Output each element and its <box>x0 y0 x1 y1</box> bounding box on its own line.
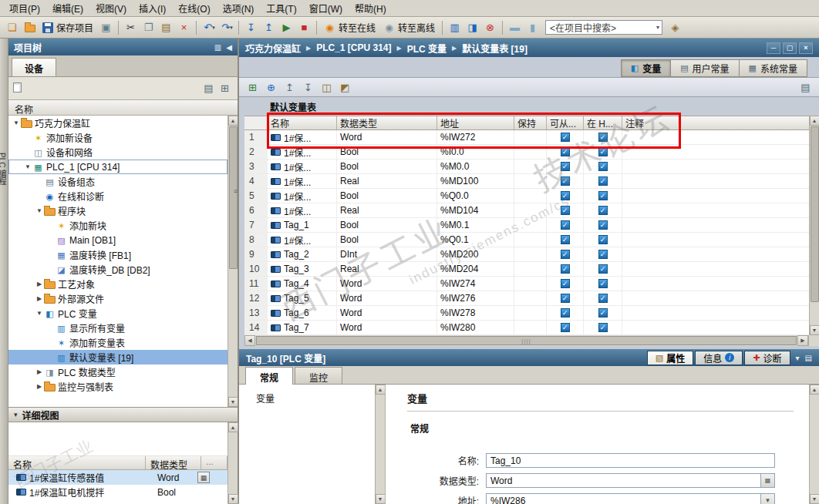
panel-pin-icon[interactable]: ▥ <box>214 43 221 52</box>
visible-hmi-cell[interactable]: ✓ <box>584 189 622 203</box>
checkbox[interactable]: ✓ <box>561 176 570 186</box>
breadcrumb-item[interactable]: 巧克力保温缸 <box>245 42 301 55</box>
checkbox[interactable]: ✓ <box>561 250 570 259</box>
minimize-button[interactable]: ─ <box>767 42 780 54</box>
address-cell[interactable]: %IW272 <box>437 130 514 144</box>
tree-expander-icon[interactable]: ▼ <box>12 119 21 126</box>
tab-devices[interactable]: 设备 <box>12 58 56 76</box>
tree-item[interactable]: ▨Main [OB1] <box>8 233 228 247</box>
name-cell[interactable]: Tag_5 <box>268 291 337 305</box>
accessible-cell[interactable]: ✓ <box>547 321 584 334</box>
visible-hmi-cell[interactable]: ✓ <box>584 262 622 276</box>
name-cell[interactable]: 1#保... <box>268 145 337 159</box>
checkbox[interactable]: ✓ <box>598 235 608 244</box>
address-cell[interactable]: %M0.0 <box>437 160 514 173</box>
tree-item[interactable]: ▥默认变量表 [19] <box>8 350 228 365</box>
details-toggle-icon[interactable]: ▤ <box>201 80 217 96</box>
accessible-cell[interactable]: ✓ <box>547 174 584 188</box>
accessible-devices-icon[interactable]: ▥ <box>447 19 463 35</box>
dropdown-button[interactable]: ▼ <box>760 494 774 504</box>
paste-icon[interactable]: ▤ <box>158 19 174 35</box>
detail-row[interactable]: 1#保温缸电机搅拌Bool <box>8 485 228 499</box>
checkbox[interactable]: ✓ <box>598 133 608 142</box>
menu-item[interactable]: 窗口(W) <box>303 0 349 17</box>
datatype-cell[interactable]: DInt <box>337 247 437 261</box>
retain-cell[interactable] <box>514 160 547 173</box>
address-cell[interactable]: %IW274 <box>437 277 514 291</box>
tab-monitor[interactable]: 监控 <box>295 367 342 384</box>
split-editor-horizontal-icon[interactable]: ▬ <box>507 19 523 35</box>
menu-item[interactable]: 视图(V) <box>89 0 133 17</box>
checkbox[interactable]: ✓ <box>598 147 608 156</box>
tree-item[interactable]: ✶添加新变量表 <box>8 335 228 350</box>
scroll-down-icon[interactable]: ▼ <box>810 325 819 335</box>
address-cell[interactable]: %Q0.0 <box>437 189 514 203</box>
scroll-up-icon[interactable]: ▲ <box>810 385 819 395</box>
address-field[interactable]: %IW286▼ <box>486 493 775 504</box>
browse-button[interactable]: ▦ <box>197 472 210 483</box>
checkbox[interactable]: ✓ <box>598 220 608 230</box>
address-cell[interactable]: %M0.1 <box>437 218 514 232</box>
checkbox[interactable]: ✓ <box>561 162 570 171</box>
visible-hmi-cell[interactable]: ✓ <box>584 218 622 232</box>
checkbox[interactable]: ✓ <box>598 162 608 171</box>
checkbox[interactable]: ✓ <box>598 191 608 200</box>
scroll-up-icon[interactable]: ▲ <box>376 385 386 395</box>
props-nav-item-tags[interactable]: 变量 <box>256 391 375 405</box>
tree-item[interactable]: ◉在线和诊断 <box>8 189 228 203</box>
datatype-cell[interactable]: Bool <box>337 145 437 159</box>
tab-info[interactable]: 信息i <box>695 351 743 365</box>
visible-hmi-cell[interactable]: ✓ <box>584 145 622 159</box>
datatype-cell[interactable]: Word <box>337 277 437 291</box>
datatype-cell[interactable]: Word <box>337 130 437 144</box>
retain-cell[interactable] <box>514 174 547 188</box>
retain-cell[interactable] <box>514 189 547 203</box>
project-library-icon[interactable]: ◈ <box>667 19 683 35</box>
checkbox[interactable]: ✓ <box>598 294 608 303</box>
tree-item[interactable]: ▶监控与强制表 <box>8 379 228 394</box>
retain-cell[interactable] <box>514 145 547 159</box>
tree-expander-icon[interactable]: ▼ <box>23 163 32 170</box>
scroll-down-icon[interactable]: ▼ <box>810 494 819 504</box>
comment-cell[interactable] <box>622 321 809 334</box>
menu-item[interactable]: 选项(N) <box>217 0 261 17</box>
menu-item[interactable]: 编辑(E) <box>46 0 89 17</box>
panel-menu-icon[interactable]: ▤ <box>805 354 812 362</box>
visible-hmi-cell[interactable]: ✓ <box>584 233 622 247</box>
visible-hmi-cell[interactable]: ✓ <box>584 130 622 144</box>
accessible-cell[interactable]: ✓ <box>547 233 584 247</box>
tree-item[interactable]: ◫设备和网络 <box>8 145 228 160</box>
tree-item[interactable]: ▼▦PLC_1 [CPU 314] <box>8 160 228 174</box>
accessible-cell[interactable]: ✓ <box>547 291 584 305</box>
apply-snapshot-icon[interactable]: ◩ <box>337 79 353 96</box>
datatype-cell[interactable]: Bool <box>337 218 437 232</box>
menu-item[interactable]: 在线(O) <box>172 0 216 17</box>
visible-hmi-cell[interactable]: ✓ <box>584 160 622 173</box>
tree-item[interactable]: ▼◧PLC 变量 <box>8 306 228 321</box>
props-form-scrollbar[interactable]: ▲ ▼ <box>809 385 819 504</box>
visible-hmi-cell[interactable]: ✓ <box>584 247 622 261</box>
scroll-up-icon[interactable]: ▲ <box>228 422 238 432</box>
address-cell[interactable]: %Q0.1 <box>437 233 514 247</box>
datatype-cell[interactable]: Word <box>337 291 437 305</box>
checkbox[interactable]: ✓ <box>598 323 608 332</box>
accessible-cell[interactable]: ✓ <box>547 306 584 320</box>
panel-collapse-icon[interactable]: ◀ <box>226 43 232 52</box>
accessible-cell[interactable]: ✓ <box>547 189 584 203</box>
accessible-cell[interactable]: ✓ <box>547 247 584 261</box>
tree-expander-icon[interactable]: ▶ <box>35 295 44 302</box>
comment-cell[interactable] <box>622 130 809 144</box>
scroll-down-icon[interactable]: ▼ <box>228 397 238 407</box>
menu-item[interactable]: 帮助(H) <box>349 0 393 17</box>
panel-splitter[interactable]: ≡ <box>234 187 238 195</box>
checkbox[interactable]: ✓ <box>561 294 570 303</box>
restore-button[interactable]: ▢ <box>783 42 797 54</box>
datatype-field[interactable]: Word▦ <box>486 473 775 488</box>
scrollbar-thumb[interactable]: |||| <box>256 336 797 345</box>
comment-cell[interactable] <box>622 277 809 291</box>
upload-from-device-icon[interactable]: ↥ <box>261 19 277 35</box>
browse-button[interactable]: ▦ <box>760 474 774 487</box>
checkbox[interactable]: ✓ <box>561 147 570 156</box>
menu-item[interactable]: 项目(P) <box>3 0 46 17</box>
scroll-down-icon[interactable]: ▼ <box>376 494 386 504</box>
